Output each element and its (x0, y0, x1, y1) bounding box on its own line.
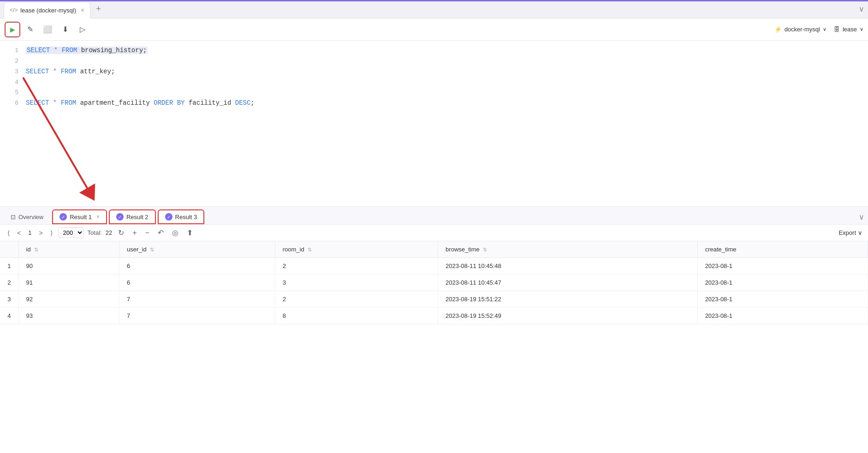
col-header-id[interactable]: id ⇅ (18, 241, 119, 258)
new-tab-button[interactable]: + (93, 4, 104, 14)
result1-close-button[interactable]: × (96, 214, 100, 220)
add-row-button[interactable]: + (130, 228, 139, 238)
cell-room_id: 8 (275, 308, 438, 324)
result2-label: Result 2 (126, 214, 149, 221)
line-number: 4 (6, 77, 18, 88)
results-collapse-icon[interactable]: ∨ (859, 213, 864, 221)
tab-collapse-icon[interactable]: ∨ (859, 5, 864, 13)
cell-room_id: 3 (275, 274, 438, 291)
col-header-user-id[interactable]: user_id ⇅ (119, 241, 275, 258)
line-number: 5 (6, 88, 18, 98)
save-button[interactable]: ⬜ (40, 22, 55, 37)
total-label: Total: (88, 229, 102, 236)
table-row[interactable]: 291632023-08-11 10:45:472023-08-1 (0, 274, 868, 291)
results-panel: ⊡ Overview ✓ Result 1 × ✓ Result 2 ✓ Res… (0, 207, 868, 453)
table-row[interactable]: 493782023-08-19 15:52:492023-08-1 (0, 308, 868, 324)
table-header-row: id ⇅ user_id ⇅ room_id ⇅ browse_time ⇅ c… (0, 241, 868, 258)
connection-label: docker-mysql (785, 26, 820, 33)
export-button[interactable]: Export ∨ (838, 229, 862, 236)
highlighted-line: SELECT * FROM browsing_history; (26, 47, 148, 54)
table-row[interactable]: 190622023-08-11 10:45:482023-08-1 (0, 258, 868, 274)
connection-selector[interactable]: ⚡ docker-mysql ∨ (774, 26, 826, 33)
overview-tab[interactable]: ⊡ Overview (4, 210, 50, 224)
editor-line: 2 (0, 56, 868, 66)
pagination-bar: ⟨ < 1 > ⟩ 200 100 500 Total: 22 ↻ + − ↶ … (0, 225, 868, 241)
view-button[interactable]: ◎ (170, 227, 181, 238)
last-page-button[interactable]: ⟩ (48, 228, 54, 238)
sort-icon-roomid: ⇅ (308, 247, 312, 252)
col-header-browse-time[interactable]: browse_time ⇅ (438, 241, 698, 258)
editor-line: 3SELECT * FROM attr_key; (0, 66, 868, 77)
line-content: SELECT * FROM apartment_facility ORDER B… (26, 98, 862, 109)
result-tab-1[interactable]: ✓ Result 1 × (52, 209, 107, 224)
cell-browse_time: 2023-08-11 10:45:47 (438, 274, 698, 291)
result3-label: Result 3 (175, 214, 197, 221)
row-number-cell: 1 (0, 258, 18, 274)
upload-button[interactable]: ⬆ (184, 227, 195, 238)
cell-id: 90 (18, 258, 119, 274)
tab-close-button[interactable]: × (81, 6, 84, 14)
line-number: 6 (6, 98, 18, 108)
editor-line: 5 (0, 88, 868, 98)
edit-button[interactable]: ✎ (22, 22, 38, 37)
editor-line: 6SELECT * FROM apartment_facility ORDER … (0, 98, 868, 109)
cell-create_time: 2023-08-1 (697, 308, 868, 324)
result1-label: Result 1 (70, 214, 92, 221)
cell-create_time: 2023-08-1 (697, 291, 868, 308)
toolbar-right: ⚡ docker-mysql ∨ 🗄 lease ∨ (774, 26, 863, 33)
toolbar: ▶ ✎ ⬜ ⬇ ▷ ⚡ docker-mysql ∨ 🗄 lease ∨ (0, 18, 868, 41)
col-header-room-id[interactable]: room_id ⇅ (275, 241, 438, 258)
page-size-select[interactable]: 200 100 500 (58, 227, 84, 238)
sort-icon-browsetime: ⇅ (483, 247, 487, 252)
cell-user_id: 6 (119, 258, 275, 274)
col-header-create-time[interactable]: create_time (697, 241, 868, 258)
database-chevron: ∨ (860, 26, 863, 32)
save-icon: ⬜ (43, 25, 52, 34)
editor-area[interactable]: 1SELECT * FROM browsing_history;23SELECT… (0, 41, 868, 207)
data-table-wrapper[interactable]: id ⇅ user_id ⇅ room_id ⇅ browse_time ⇅ c… (0, 241, 868, 453)
result2-check-icon: ✓ (116, 213, 124, 221)
run-button[interactable]: ▶ (5, 22, 20, 37)
edit-icon: ✎ (27, 25, 33, 34)
line-number: 3 (6, 67, 18, 77)
cell-room_id: 2 (275, 258, 438, 274)
cell-create_time: 2023-08-1 (697, 258, 868, 274)
prev-page-button[interactable]: < (15, 228, 23, 238)
play2-button[interactable]: ▷ (75, 22, 90, 37)
cell-id: 92 (18, 291, 119, 308)
results-tabs: ⊡ Overview ✓ Result 1 × ✓ Result 2 ✓ Res… (0, 207, 868, 225)
download-button[interactable]: ⬇ (57, 22, 73, 37)
refresh-button[interactable]: ↻ (116, 227, 126, 238)
delete-row-button[interactable]: − (143, 228, 152, 238)
sort-icon-id: ⇅ (34, 247, 38, 252)
editor-wrapper: 1SELECT * FROM browsing_history;23SELECT… (0, 41, 868, 207)
total-count: 22 (106, 229, 112, 236)
database-selector[interactable]: 🗄 lease ∨ (834, 26, 863, 33)
line-number: 2 (6, 56, 18, 66)
row-number-cell: 3 (0, 291, 18, 308)
export-label: Export (838, 229, 856, 236)
undo-button[interactable]: ↶ (155, 227, 166, 238)
row-number-cell: 4 (0, 308, 18, 324)
result3-check-icon: ✓ (165, 213, 172, 221)
cell-id: 93 (18, 308, 119, 324)
result-tab-3[interactable]: ✓ Result 3 (158, 209, 205, 224)
next-page-button[interactable]: > (37, 228, 44, 238)
cell-id: 91 (18, 274, 119, 291)
row-number-cell: 2 (0, 274, 18, 291)
cell-room_id: 2 (275, 291, 438, 308)
cell-browse_time: 2023-08-19 15:51:22 (438, 291, 698, 308)
active-tab[interactable]: </> lease (docker-mysql) × (4, 2, 90, 18)
first-page-button[interactable]: ⟨ (6, 228, 12, 238)
overview-icon: ⊡ (11, 214, 16, 221)
result-tab-2[interactable]: ✓ Result 2 (109, 209, 156, 224)
cell-user_id: 6 (119, 274, 275, 291)
connection-chevron: ∨ (823, 26, 826, 32)
result1-check-icon: ✓ (59, 213, 67, 221)
cell-browse_time: 2023-08-19 15:52:49 (438, 308, 698, 324)
export-chevron: ∨ (858, 229, 862, 236)
cell-create_time: 2023-08-1 (697, 274, 868, 291)
code-icon: </> (10, 7, 18, 13)
cell-user_id: 7 (119, 291, 275, 308)
table-row[interactable]: 392722023-08-19 15:51:222023-08-1 (0, 291, 868, 308)
